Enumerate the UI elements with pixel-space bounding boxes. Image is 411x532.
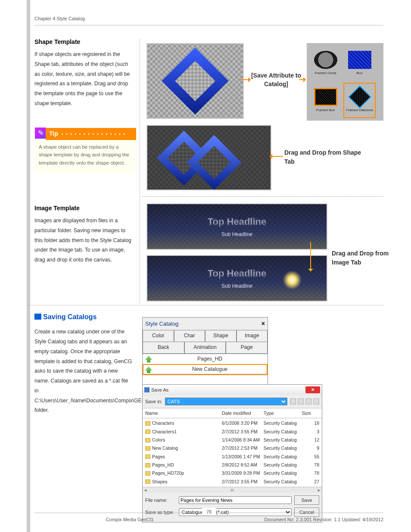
- file-icon: [145, 479, 150, 484]
- catalog-row-new-catalogue[interactable]: New Catalogue: [143, 364, 268, 375]
- footer-docinfo: Document No: 2.3.001 Revision: 1.1 Updat…: [225, 516, 383, 523]
- pencil-icon: ✎: [34, 127, 47, 139]
- file-icon: [145, 454, 150, 459]
- page-footer: 78 Compix Media GenCG Document No: 2.3.0…: [34, 513, 383, 523]
- save-attribute-callout: [Save Attribute to Catalog]: [248, 72, 304, 88]
- close-icon[interactable]: ×: [262, 319, 265, 329]
- shape-template-section: Shape Template If shape objects are regi…: [34, 37, 134, 109]
- tab-animation[interactable]: Animation: [184, 342, 226, 354]
- tab-page[interactable]: Page: [226, 342, 268, 354]
- tip-box: ✎ Tip • • • • • • • • • • • • • • • A sh…: [34, 128, 136, 173]
- file-icon: [145, 463, 150, 467]
- folder-up-icon: [145, 366, 152, 373]
- up-folder-icon[interactable]: [298, 398, 304, 404]
- shape-preview-2: [146, 125, 271, 190]
- dialog-toolbar: Save in: CATS: [143, 395, 322, 408]
- image-preview-bottom: Top Headline Sub Headline: [146, 255, 327, 302]
- divider-vertical: [140, 39, 140, 303]
- subheadline-text: Sub Headline: [221, 230, 252, 239]
- image-template-section: Image Template Images are displayed from…: [34, 203, 134, 265]
- page-number: 78: [202, 508, 216, 516]
- file-name-label: File name:: [145, 496, 176, 504]
- file-icon: [145, 421, 150, 426]
- file-row[interactable]: Colors1/14/2006 8:34 AMSecurity Catalog1…: [145, 436, 319, 444]
- dialog-titlebar[interactable]: Save As ✕: [143, 385, 322, 395]
- page-header: Chapter 4 Style Catalog: [34, 15, 383, 25]
- headline-text: Top Headline: [208, 214, 267, 230]
- shape-template-heading: Shape Template: [34, 37, 134, 47]
- dialog-icon: [144, 387, 149, 392]
- file-row[interactable]: Characters12/7/2012 3:55 PMSecurity Cata…: [145, 428, 319, 436]
- image-preview-top: Top Headline Sub Headline: [146, 203, 327, 250]
- image-template-heading: Image Template: [34, 203, 134, 213]
- palette-item-framed-circle[interactable]: Framed Circle: [309, 46, 342, 81]
- file-list-header[interactable]: Name Date modified Type Size: [143, 408, 322, 418]
- shape-palette[interactable]: Framed Circle Box Framed Box Framed Diam…: [307, 43, 383, 121]
- drag-drop-image-callout: Drag and Drop from Image Tab: [332, 249, 392, 267]
- image-template-body: Images are displayed from files in a par…: [34, 216, 134, 265]
- divider-horizontal-1: [142, 196, 383, 197]
- palette-item-box[interactable]: Box: [343, 46, 376, 81]
- saving-catalogs-body: Create a new catalog under one of the St…: [34, 327, 134, 415]
- back-icon[interactable]: [290, 398, 296, 404]
- file-row[interactable]: Pages_HD720p3/31/2009 9:28 PMSecurity Ca…: [145, 469, 319, 477]
- file-list[interactable]: Characters6/1/2006 3:20 PMSecurity Catal…: [143, 418, 322, 487]
- saving-catalogs-section: Saving Catalogs Create a new catalog und…: [34, 311, 134, 415]
- palette-item-framed-box[interactable]: Framed Box: [309, 83, 342, 118]
- arrow-down-icon: [310, 242, 311, 271]
- tip-dots: • • • • • • • • • • • • • • •: [62, 132, 126, 137]
- glow-icon: [283, 271, 302, 289]
- file-icon: [145, 471, 150, 476]
- file-row[interactable]: Characters6/1/2006 3:20 PMSecurity Catal…: [145, 419, 319, 427]
- framed-circle-icon: [314, 51, 337, 69]
- arrow-icon: [299, 79, 306, 80]
- save-in-label: Save in:: [145, 398, 162, 405]
- file-row[interactable]: Pages_HD2/8/2012 8:52 AMSecurity Catalog…: [145, 461, 319, 469]
- style-catalog-panel: Style Catalog × Color Char Shape Image B…: [142, 317, 268, 390]
- panel-titlebar: Style Catalog ×: [143, 317, 268, 330]
- tab-back[interactable]: Back: [143, 342, 184, 354]
- save-button[interactable]: Save: [294, 495, 319, 505]
- tab-color[interactable]: Color: [143, 330, 174, 342]
- subheadline-text: Sub Headline: [221, 282, 252, 291]
- folder-up-icon: [145, 356, 152, 363]
- footer-product: Compix Media GenCG: [34, 516, 225, 523]
- framed-diamond-icon: [348, 88, 371, 106]
- save-as-dialog: Save As ✕ Save in: CATS Name Date modifi…: [142, 384, 322, 523]
- panel-title: Style Catalog: [145, 319, 178, 328]
- drag-drop-shape-callout: Drag and Drop from Shape Tab: [284, 148, 362, 166]
- file-icon: [145, 446, 150, 451]
- diamond-shape-icon: [162, 47, 229, 115]
- file-name-input[interactable]: [179, 496, 292, 504]
- tab-shape[interactable]: Shape: [205, 330, 237, 342]
- tab-char[interactable]: Char: [174, 330, 206, 342]
- save-in-dropdown[interactable]: CATS: [165, 398, 287, 405]
- framed-box-icon: [314, 88, 337, 106]
- divider-horizontal-2: [28, 305, 383, 305]
- file-row[interactable]: Pages1/13/2006 1:47 PMSecurity Catalog55: [145, 453, 319, 461]
- shape-preview-1: [146, 43, 244, 119]
- arrow-left-icon: [270, 156, 283, 157]
- horizontal-scrollbar[interactable]: ◄III►: [143, 487, 322, 493]
- chapter-label: Chapter 4 Style Catalog: [34, 16, 85, 21]
- new-folder-icon[interactable]: [305, 398, 311, 404]
- file-icon: [145, 429, 150, 434]
- tip-label: Tip • • • • • • • • • • • • • • •: [46, 128, 136, 140]
- dialog-title: Save As: [151, 386, 168, 394]
- file-row[interactable]: New Catalog2/7/2012 2:53 PMSecurity Cata…: [145, 444, 319, 452]
- tab-image[interactable]: Image: [237, 330, 268, 342]
- shape-template-body: If shape objects are registered in the S…: [34, 50, 134, 108]
- saving-catalogs-heading: Saving Catalogs: [34, 311, 134, 323]
- tip-body: A shape object can be replaced by a shap…: [34, 139, 136, 173]
- catalog-row-pages-hd[interactable]: Pages_HD: [143, 354, 268, 364]
- file-icon: [145, 438, 150, 442]
- close-button[interactable]: ✕: [305, 386, 320, 393]
- headline-text: Top Headline: [208, 266, 267, 281]
- box-icon: [348, 51, 371, 69]
- view-menu-icon[interactable]: [313, 398, 319, 404]
- section-bullet-icon: [34, 314, 41, 320]
- arrow-icon: [240, 79, 251, 80]
- file-row[interactable]: Shapes2/7/2012 3:55 PMSecurity Catalog27: [145, 478, 319, 486]
- palette-item-framed-diamond[interactable]: Framed Diamond: [343, 83, 376, 118]
